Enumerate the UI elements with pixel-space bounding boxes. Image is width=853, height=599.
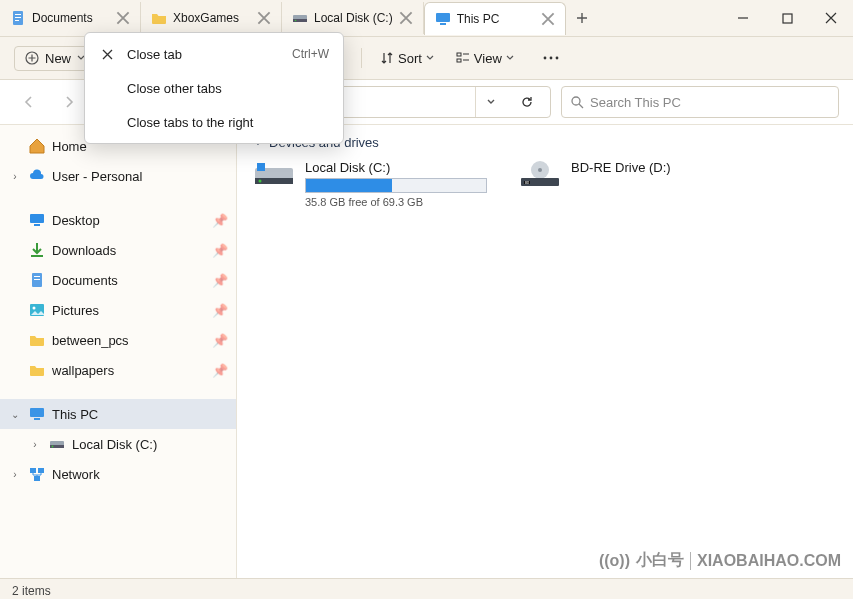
svg-rect-7 [436,13,450,22]
search-icon [570,95,584,109]
pin-icon: 📌 [212,363,228,378]
close-window-button[interactable] [809,2,853,34]
svg-rect-8 [440,23,446,25]
drive-local-c[interactable]: Local Disk (C:) 35.8 GB free of 69.3 GB [253,160,495,208]
tab-documents[interactable]: Documents [0,2,141,34]
close-icon[interactable] [541,12,555,26]
svg-rect-48 [257,168,261,172]
sidebar-label: wallpapers [52,363,206,378]
svg-rect-40 [38,468,44,473]
close-icon[interactable] [257,11,271,25]
svg-point-24 [549,57,552,60]
maximize-button[interactable] [765,2,809,34]
sidebar-downloads[interactable]: Downloads📌 [0,235,236,265]
window-controls [721,2,853,34]
sidebar-this-pc[interactable]: ⌄This PC [0,399,236,429]
home-icon [28,137,46,155]
folder-icon [28,361,46,379]
pin-icon: 📌 [212,213,228,228]
more-button[interactable] [534,43,568,73]
tab-thispc[interactable]: This PC [424,2,566,35]
tab-label: Documents [32,11,110,25]
sidebar-label: This PC [52,407,228,422]
pin-icon: 📌 [212,273,228,288]
ctx-close-right[interactable]: Close tabs to the right [85,105,343,139]
sort-dropdown[interactable]: Sort [372,47,442,70]
sidebar: Home › User - Personal Desktop📌 Download… [0,125,237,578]
pc-icon [435,11,451,27]
pc-icon [28,405,46,423]
downloads-icon [28,241,46,259]
svg-rect-9 [783,14,792,23]
chevron-down-icon [426,54,434,62]
view-icon [456,51,470,65]
sidebar-local-disk[interactable]: ›Local Disk (C:) [0,429,236,459]
new-tab-button[interactable] [566,2,598,34]
sidebar-label: User - Personal [52,169,228,184]
network-icon [28,465,46,483]
drive-bdre-d[interactable]: BD BD-RE Drive (D:) [519,160,761,208]
svg-point-26 [572,97,580,105]
tab-context-menu: Close tab Ctrl+W Close other tabs Close … [84,32,344,144]
new-label: New [45,51,71,66]
back-button[interactable] [14,87,44,117]
close-icon[interactable] [399,11,413,25]
drive-info: BD-RE Drive (D:) [571,160,761,208]
ctx-close-other[interactable]: Close other tabs [85,71,343,105]
tab-localdisk[interactable]: Local Disk (C:) [282,2,424,34]
sidebar-label: Desktop [52,213,206,228]
pin-icon: 📌 [212,303,228,318]
chevron-right-icon: › [8,469,22,480]
sidebar-pictures[interactable]: Pictures📌 [0,295,236,325]
folder-icon [28,331,46,349]
sidebar-network[interactable]: ›Network [0,459,236,489]
doc-icon [28,271,46,289]
svg-point-51 [538,168,542,172]
pictures-icon [28,301,46,319]
view-dropdown[interactable]: View [448,47,522,70]
capacity-bar [305,178,487,193]
drive-name: Local Disk (C:) [305,160,495,175]
sidebar-wallpapers[interactable]: wallpapers📌 [0,355,236,385]
forward-button[interactable] [54,87,84,117]
svg-rect-1 [15,14,21,15]
sidebar-documents[interactable]: Documents📌 [0,265,236,295]
svg-rect-34 [30,408,44,417]
sidebar-label: Network [52,467,228,482]
sidebar-user[interactable]: › User - Personal [0,161,236,191]
chevron-down-icon [506,54,514,62]
cloud-icon [28,167,46,185]
chevron-down-icon: ⌄ [8,409,22,420]
sidebar-desktop[interactable]: Desktop📌 [0,205,236,235]
tab-xboxgames[interactable]: XboxGames [141,2,282,34]
tab-label: Local Disk (C:) [314,11,393,25]
search-box[interactable]: Search This PC [561,86,839,118]
minimize-button[interactable] [721,2,765,34]
refresh-button[interactable] [512,87,542,117]
svg-rect-3 [15,20,19,21]
plus-circle-icon [25,51,39,65]
pin-icon: 📌 [212,243,228,258]
svg-rect-22 [457,59,461,62]
svg-rect-30 [34,276,40,277]
folder-icon [151,10,167,26]
sidebar-between-pcs[interactable]: between_pcs📌 [0,325,236,355]
drive-free-text: 35.8 GB free of 69.3 GB [305,196,495,208]
sidebar-label: Pictures [52,303,206,318]
svg-point-25 [555,57,558,60]
drive-info: Local Disk (C:) 35.8 GB free of 69.3 GB [305,160,495,208]
ctx-close-tab[interactable]: Close tab Ctrl+W [85,37,343,71]
svg-rect-28 [34,224,40,226]
recent-dropdown[interactable] [475,87,506,117]
disk-icon [292,10,308,26]
desktop-icon [28,211,46,229]
ctx-label: Close tabs to the right [127,115,329,130]
separator [361,48,362,68]
ctx-label: Close other tabs [127,81,329,96]
ctx-label: Close tab [127,47,280,62]
close-icon[interactable] [116,11,130,25]
chevron-right-icon: › [8,171,22,182]
drive-name: BD-RE Drive (D:) [571,160,761,175]
svg-rect-27 [30,214,44,223]
body: Home › User - Personal Desktop📌 Download… [0,125,853,578]
